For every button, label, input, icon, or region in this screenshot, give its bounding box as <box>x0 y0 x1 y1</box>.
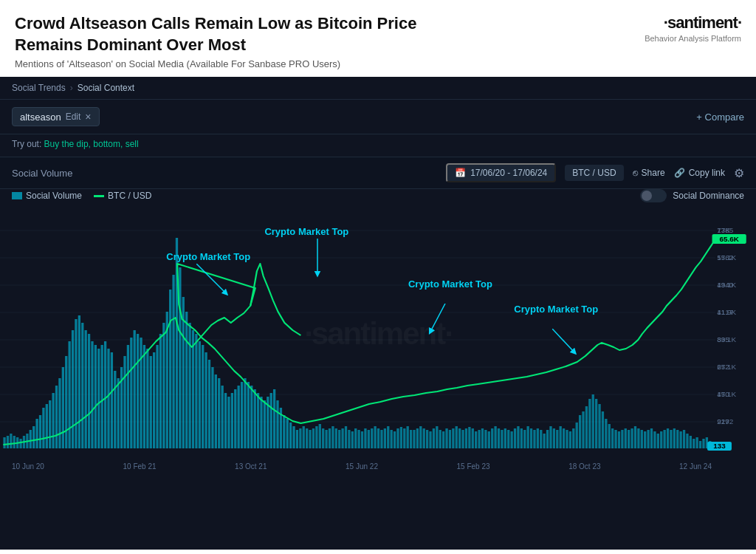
x-label-6: 18 Oct 23 <box>568 462 600 471</box>
copy-link-button[interactable]: 🔗 Copy link <box>674 168 725 178</box>
svg-rect-159 <box>456 426 458 448</box>
svg-rect-182 <box>530 428 532 448</box>
svg-rect-62 <box>140 338 142 448</box>
svg-rect-28 <box>30 430 32 448</box>
try-out-links[interactable]: Buy the dip, bottom, sell <box>44 139 139 149</box>
share-icon: ⎋ <box>633 168 638 178</box>
btc-price-line <box>3 239 715 445</box>
svg-text:49.1K: 49.1K <box>717 281 737 289</box>
svg-rect-134 <box>374 426 376 448</box>
svg-rect-36 <box>55 386 58 448</box>
app-area: Social Trends › Social Context altseason… <box>0 77 756 550</box>
svg-rect-23 <box>13 436 16 448</box>
svg-rect-208 <box>614 430 616 448</box>
breadcrumb-current: Social Context <box>78 83 134 93</box>
svg-rect-171 <box>494 426 496 448</box>
breadcrumb-parent[interactable]: Social Trends <box>12 83 66 93</box>
svg-rect-174 <box>504 428 506 448</box>
svg-rect-199 <box>585 406 588 448</box>
svg-rect-197 <box>579 415 581 448</box>
svg-rect-151 <box>429 431 431 448</box>
svg-rect-112 <box>303 426 305 448</box>
svg-rect-57 <box>123 356 126 448</box>
svg-rect-76 <box>185 312 188 448</box>
pair-label: BTC / USD <box>565 165 623 181</box>
svg-rect-21 <box>7 436 9 448</box>
chart-toolbar: Social Volume 📅 17/06/20 - 17/06/24 BTC … <box>0 157 756 189</box>
svg-rect-227 <box>676 430 678 448</box>
svg-text:9192: 9192 <box>717 418 733 425</box>
svg-rect-83 <box>208 360 210 448</box>
svg-rect-175 <box>507 430 509 448</box>
svg-rect-71 <box>169 290 171 448</box>
svg-rect-34 <box>49 400 51 448</box>
tag-close-button[interactable]: × <box>85 111 91 123</box>
svg-rect-200 <box>588 399 591 448</box>
svg-rect-88 <box>224 393 227 448</box>
social-dominance-toggle[interactable]: Social Dominance <box>640 189 744 202</box>
svg-rect-168 <box>484 430 487 448</box>
svg-rect-153 <box>436 426 438 448</box>
calendar-icon: 📅 <box>455 168 466 178</box>
page-header: Crowd Altseason Calls Remain Low as Bitc… <box>0 0 756 77</box>
date-range-picker[interactable]: 📅 17/06/20 - 17/06/24 <box>446 163 556 182</box>
svg-rect-148 <box>419 426 422 448</box>
svg-rect-116 <box>315 426 317 448</box>
svg-rect-58 <box>127 345 129 448</box>
svg-rect-78 <box>192 330 194 448</box>
svg-rect-132 <box>368 430 370 448</box>
svg-rect-52 <box>107 349 109 448</box>
svg-rect-39 <box>65 356 67 448</box>
bars-2023-2024 <box>413 394 714 448</box>
svg-rect-147 <box>416 428 419 448</box>
svg-rect-160 <box>458 428 461 448</box>
svg-rect-198 <box>582 411 584 448</box>
svg-rect-186 <box>543 434 546 448</box>
svg-rect-205 <box>605 419 607 448</box>
svg-rect-190 <box>556 430 558 448</box>
svg-rect-47 <box>91 341 93 448</box>
svg-rect-206 <box>608 424 611 448</box>
svg-rect-166 <box>478 430 480 448</box>
svg-rect-114 <box>309 430 311 448</box>
svg-rect-99 <box>260 397 262 448</box>
svg-rect-128 <box>354 428 357 448</box>
bars-low-period <box>299 424 412 448</box>
share-label: Share <box>642 168 665 178</box>
svg-rect-43 <box>78 315 80 448</box>
toolbar-right: 📅 17/06/20 - 17/06/24 BTC / USD ⎋ Share … <box>446 163 744 182</box>
svg-rect-113 <box>306 428 308 448</box>
search-tag[interactable]: altseason Edit × <box>12 107 100 126</box>
svg-rect-77 <box>188 323 190 448</box>
svg-rect-122 <box>335 428 337 448</box>
svg-rect-79 <box>195 334 197 448</box>
bars-2020 <box>3 434 28 448</box>
tag-edit-button[interactable]: Edit <box>66 112 81 122</box>
settings-button[interactable]: ⚙ <box>734 166 744 180</box>
svg-rect-222 <box>660 431 662 448</box>
svg-rect-228 <box>679 431 681 448</box>
svg-rect-20 <box>3 437 5 448</box>
svg-rect-210 <box>621 430 623 448</box>
svg-rect-207 <box>611 428 614 448</box>
svg-rect-121 <box>331 426 334 448</box>
share-button[interactable]: ⎋ Share <box>633 168 665 178</box>
svg-rect-32 <box>42 408 44 448</box>
svg-rect-156 <box>445 428 447 448</box>
x-label-7: 12 Jun 24 <box>679 462 712 471</box>
toggle-switch[interactable] <box>640 189 667 202</box>
svg-rect-81 <box>202 345 204 448</box>
svg-rect-126 <box>348 430 350 448</box>
svg-rect-110 <box>296 430 298 448</box>
svg-rect-55 <box>117 378 120 448</box>
svg-rect-107 <box>286 419 289 448</box>
svg-rect-68 <box>159 334 162 448</box>
svg-rect-45 <box>85 330 87 448</box>
compare-button[interactable]: + Compare <box>696 112 744 123</box>
svg-rect-108 <box>289 423 292 448</box>
bottom-axis: 10 Jun 20 10 Feb 21 13 Oct 21 15 Jun 22 … <box>0 459 756 473</box>
svg-rect-231 <box>690 436 692 448</box>
svg-text:57.1K: 57.1K <box>717 254 737 261</box>
svg-rect-162 <box>465 428 467 448</box>
svg-rect-104 <box>276 400 278 448</box>
